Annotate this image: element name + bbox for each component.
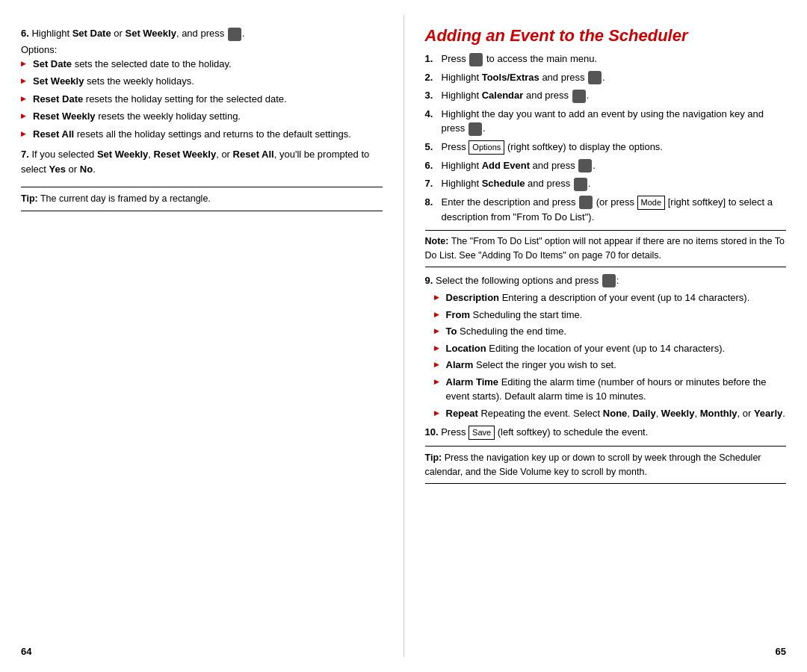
step-3: 3. Highlight Calendar and press . [425, 88, 787, 103]
ok-icon-3 [572, 90, 586, 103]
steps-list: 1. Press to access the main menu. 2. Hig… [425, 52, 787, 224]
bullet-to: To Scheduling the end time. [434, 324, 787, 339]
ok-icon-1 [469, 53, 483, 66]
ok-icon-8 [579, 196, 593, 209]
step-5: 5. Press Options (right softkey) to disp… [425, 140, 787, 155]
bullet-repeat: Repeat Repeating the event. Select None,… [434, 406, 787, 421]
right-content: Adding an Event to the Scheduler 1. Pres… [425, 26, 787, 488]
left-content: 6. Highlight Set Date or Set Weekly, and… [21, 26, 383, 216]
step-4: 4. Highlight the day you want to add an … [425, 107, 787, 136]
step-8: 8. Enter the description and press (or p… [425, 195, 787, 224]
step-6-right: 6. Highlight Add Event and press . [425, 158, 787, 173]
right-column: Adding an Event to the Scheduler 1. Pres… [404, 0, 808, 672]
tip-box: Tip: The current day is framed by a rect… [21, 187, 383, 211]
ok-icon-9 [602, 274, 616, 287]
step-9-intro: 9. Select the following options and pres… [425, 273, 787, 288]
step-1: 1. Press to access the main menu. [425, 52, 787, 66]
bullet-setweekly: Set Weekly sets the weekly holidays. [21, 74, 383, 89]
step-7-right: 7. Highlight Schedule and press . [425, 176, 787, 191]
ok-icon-6 [578, 159, 592, 172]
step-6: 6. Highlight Set Date or Set Weekly, and… [21, 26, 383, 41]
right-tip-box: Tip: Press the navigation key up or down… [425, 446, 787, 485]
ok-icon-7 [574, 178, 587, 191]
right-page-number: 65 [776, 646, 786, 657]
bullet-resetweekly: Reset Weekly resets the weekly holiday s… [21, 109, 383, 124]
bullet-setdate: Set Date sets the selected date to the h… [21, 57, 383, 72]
bullet-alarmtime: Alarm Time Editing the alarm time (numbe… [434, 375, 787, 404]
section-title: Adding an Event to the Scheduler [425, 26, 787, 46]
mode-btn: Mode [637, 196, 666, 210]
note-box: Note: The "From To Do List" option will … [425, 230, 787, 267]
step-10: 10. Press Save (left softkey) to schedul… [425, 425, 787, 440]
left-column: 6. Highlight Set Date or Set Weekly, and… [0, 0, 404, 672]
bullet-description: Description Entering a description of yo… [434, 290, 787, 305]
setdate-bold: Set Date [72, 28, 111, 39]
left-footer: 64 [21, 631, 383, 657]
bullet-resetall: Reset All resets all the holiday setting… [21, 127, 383, 142]
options-label: Options: [21, 44, 383, 55]
ok-button-icon [228, 28, 241, 41]
left-page-number: 64 [21, 646, 31, 657]
step9-bullets: Description Entering a description of yo… [434, 290, 787, 420]
ok-icon-2 [588, 71, 602, 84]
step-2: 2. Highlight Tools/Extras and press . [425, 70, 787, 85]
save-btn: Save [469, 426, 495, 440]
bullet-location: Location Editing the location of your ev… [434, 341, 787, 356]
step-7: 7. If you selected Set Weekly, Reset Wee… [21, 147, 383, 176]
right-footer: 65 [425, 631, 787, 657]
bullet-resetdate: Reset Date resets the holiday setting fo… [21, 92, 383, 107]
bullet-alarm: Alarm Select the ringer you wish to set. [434, 358, 787, 373]
options-btn: Options [469, 140, 504, 155]
setweekly-bold: Set Weekly [125, 28, 176, 39]
ok-icon-4 [469, 122, 482, 136]
bullet-from: From Scheduling the start time. [434, 308, 787, 323]
options-bullet-list: Set Date sets the selected date to the h… [21, 57, 383, 142]
